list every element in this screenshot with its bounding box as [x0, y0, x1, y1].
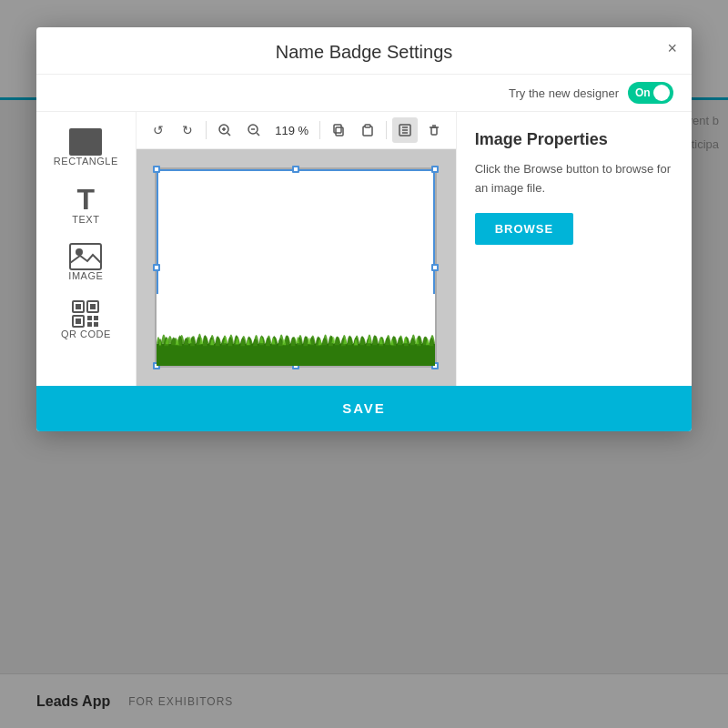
left-toolbar: RECTANGLE T TEXT IMAGE: [36, 112, 136, 386]
grass-image: [157, 293, 435, 366]
zoom-out-button[interactable]: [241, 117, 267, 143]
svg-rect-3: [76, 304, 81, 309]
image-icon: [69, 243, 102, 270]
handle-middle-right[interactable]: [431, 264, 439, 271]
properties-panel-title: Image Properties: [475, 130, 673, 149]
svg-rect-8: [87, 316, 92, 320]
svg-rect-30: [157, 343, 435, 366]
design-canvas[interactable]: [155, 167, 437, 368]
designer-toggle-label: Try the new designer: [509, 86, 619, 100]
svg-rect-22: [365, 125, 370, 127]
image-label: IMAGE: [68, 270, 103, 281]
zoom-in-button[interactable]: [212, 117, 238, 143]
svg-rect-9: [94, 316, 98, 320]
redo-button[interactable]: ↻: [175, 117, 200, 143]
trash-icon: [428, 124, 440, 136]
paste-button[interactable]: [355, 117, 380, 143]
canvas-area: ↺ ↻: [136, 112, 456, 386]
qrcode-tool[interactable]: QR CODE: [45, 292, 126, 347]
svg-rect-27: [431, 127, 437, 135]
modal-body: RECTANGLE T TEXT IMAGE: [36, 112, 692, 386]
image-tool[interactable]: IMAGE: [45, 236, 126, 288]
svg-rect-19: [336, 127, 343, 136]
grass-svg: [157, 293, 435, 366]
svg-line-17: [257, 133, 259, 136]
paste-icon: [361, 124, 374, 136]
align-icon: [399, 124, 411, 136]
save-bar[interactable]: SAVE: [36, 386, 692, 431]
toggle-knob: [653, 85, 670, 101]
right-properties-panel: Image Properties Click the Browse button…: [456, 112, 692, 386]
svg-rect-20: [334, 125, 341, 133]
handle-top-right[interactable]: [431, 166, 439, 173]
svg-line-13: [228, 133, 230, 136]
svg-rect-5: [90, 304, 96, 309]
toolbar-separator-3: [386, 121, 387, 139]
svg-rect-7: [76, 318, 81, 324]
close-button[interactable]: ×: [667, 40, 677, 56]
properties-panel-description: Click the Browse button to browse for an…: [475, 160, 673, 198]
text-label: TEXT: [72, 214, 99, 225]
handle-top-middle[interactable]: [292, 166, 299, 173]
svg-rect-0: [70, 244, 101, 269]
svg-point-1: [76, 248, 83, 256]
zoom-level: 119 %: [274, 124, 310, 137]
text-tool[interactable]: T TEXT: [45, 177, 126, 232]
designer-toggle-row: Try the new designer On: [36, 75, 692, 112]
canvas-toolbar: ↺ ↻: [136, 112, 456, 149]
copy-icon: [332, 124, 345, 136]
svg-rect-10: [87, 322, 92, 327]
handle-top-left[interactable]: [153, 166, 160, 173]
save-label: SAVE: [342, 400, 386, 416]
modal-header: Name Badge Settings ×: [36, 27, 692, 75]
rectangle-label: RECTANGLE: [54, 156, 118, 167]
modal-title: Name Badge Settings: [276, 42, 453, 62]
toggle-on-label: On: [635, 86, 651, 99]
align-button[interactable]: [392, 117, 418, 143]
qr-code-icon: [71, 299, 100, 329]
designer-toggle-switch[interactable]: On: [628, 82, 673, 104]
svg-rect-11: [94, 322, 98, 327]
name-badge-settings-modal: Name Badge Settings × Try the new design…: [36, 27, 692, 431]
rectangle-tool[interactable]: RECTANGLE: [45, 121, 126, 174]
rectangle-icon: [69, 128, 102, 156]
zoom-out-icon: [248, 124, 260, 136]
handle-middle-left[interactable]: [153, 264, 160, 271]
qrcode-label: QR CODE: [61, 329, 111, 339]
copy-button[interactable]: [326, 117, 351, 143]
toolbar-separator-1: [206, 121, 207, 139]
browse-button[interactable]: BROWSE: [475, 213, 574, 245]
zoom-in-icon: [218, 124, 231, 136]
delete-button[interactable]: [421, 117, 447, 143]
toolbar-separator-2: [319, 121, 320, 139]
text-icon: T: [77, 185, 96, 214]
undo-button[interactable]: ↺: [146, 117, 171, 143]
canvas-viewport[interactable]: [136, 149, 456, 386]
